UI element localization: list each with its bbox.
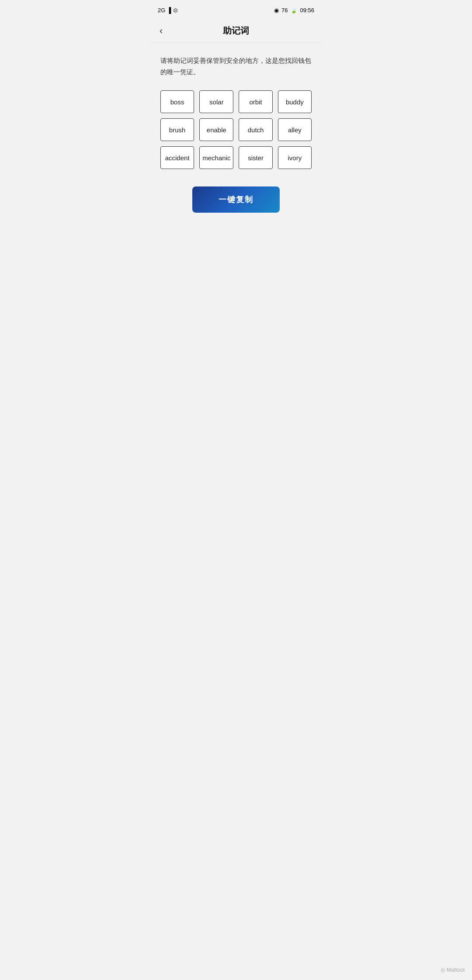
mnemonic-word: dutch <box>239 118 272 141</box>
battery-level: 76 <box>281 7 288 14</box>
signal-bars-icon: ▐ <box>167 7 171 14</box>
mnemonic-word: mechanic <box>199 146 233 169</box>
mnemonic-word: boss <box>160 90 194 113</box>
description-text: 请将助记词妥善保管到安全的地方，这是您找回钱包的唯一凭证。 <box>160 55 312 77</box>
mnemonic-word: sister <box>239 146 272 169</box>
status-left: 2G ▐ ⊙ <box>158 7 178 14</box>
status-right: ◉ 76 🍃 09:56 <box>274 7 314 14</box>
clock-time: 09:56 <box>300 7 314 14</box>
copy-button-wrapper: 一键复制 <box>160 186 312 213</box>
mnemonic-word-grid: bosssolarorbitbuddybrushenabledutchalley… <box>160 90 312 169</box>
main-content: 请将助记词妥善保管到安全的地方，这是您找回钱包的唯一凭证。 bosssolaro… <box>151 43 321 221</box>
copy-all-button[interactable]: 一键复制 <box>192 186 280 213</box>
wifi-icon: ⊙ <box>173 7 178 14</box>
mnemonic-word: orbit <box>239 90 272 113</box>
mnemonic-word: ivory <box>278 146 312 169</box>
nav-bar: ‹ 助记词 <box>151 19 321 43</box>
page-title: 助记词 <box>223 25 249 37</box>
mnemonic-word: solar <box>199 90 233 113</box>
status-bar: 2G ▐ ⊙ ◉ 76 🍃 09:56 <box>151 0 321 19</box>
mnemonic-word: accident <box>160 146 194 169</box>
mnemonic-word: enable <box>199 118 233 141</box>
back-button[interactable]: ‹ <box>160 25 163 37</box>
mnemonic-word: buddy <box>278 90 312 113</box>
eye-icon: ◉ <box>274 7 279 14</box>
mnemonic-word: brush <box>160 118 194 141</box>
leaf-icon: 🍃 <box>290 7 297 14</box>
signal-text: 2G <box>158 7 165 14</box>
mnemonic-word: alley <box>278 118 312 141</box>
